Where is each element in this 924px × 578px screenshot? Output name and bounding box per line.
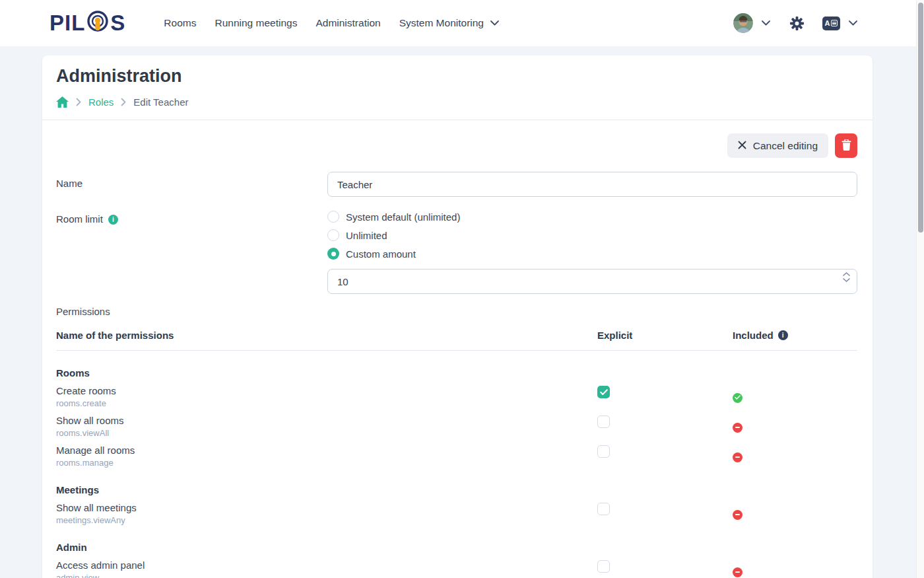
permission-group-title: Meetings bbox=[56, 484, 857, 495]
radio-icon bbox=[327, 248, 339, 260]
stepper-down-icon[interactable] bbox=[843, 278, 850, 282]
actions-bar: Cancel editing bbox=[56, 133, 857, 158]
permissions-table: Name of the permissions Explicit Include… bbox=[56, 324, 857, 578]
gear-icon[interactable] bbox=[789, 16, 805, 31]
permission-included-cell bbox=[733, 502, 857, 525]
radio-icon bbox=[327, 211, 339, 223]
explicit-checkbox[interactable] bbox=[597, 560, 610, 573]
radio-unlimited-label: Unlimited bbox=[346, 230, 387, 241]
language-chevron-icon[interactable] bbox=[849, 20, 857, 26]
close-icon bbox=[738, 140, 746, 152]
permission-explicit-cell bbox=[597, 385, 733, 408]
breadcrumb: Roles Edit Teacher bbox=[56, 96, 859, 108]
permission-code: rooms.viewAll bbox=[56, 428, 597, 438]
breadcrumb-roles-link[interactable]: Roles bbox=[88, 96, 114, 108]
included-denied-icon bbox=[733, 423, 742, 433]
name-label: Name bbox=[56, 172, 327, 197]
permission-included-cell bbox=[733, 385, 857, 408]
radio-custom-amount[interactable]: Custom amount bbox=[327, 244, 857, 263]
permission-included-cell bbox=[733, 445, 857, 468]
explicit-checkbox[interactable] bbox=[597, 503, 610, 515]
included-denied-icon bbox=[733, 452, 742, 462]
radio-icon bbox=[327, 229, 339, 241]
permission-name-cell: Show all roomsrooms.viewAll bbox=[56, 415, 597, 438]
user-menu-chevron-icon[interactable] bbox=[762, 20, 770, 26]
translate-icon: A bbox=[822, 17, 840, 30]
nav-item-running-meetings[interactable]: Running meetings bbox=[214, 17, 297, 29]
logo-text-prefix: PIL bbox=[50, 11, 85, 36]
included-denied-icon bbox=[733, 510, 742, 520]
radio-system-default[interactable]: System default (unlimited) bbox=[327, 207, 857, 226]
permissions-table-body: RoomsCreate roomsrooms.createShow all ro… bbox=[56, 367, 857, 578]
delete-role-button[interactable] bbox=[835, 133, 857, 158]
pilos-logo[interactable]: PIL S bbox=[50, 9, 125, 38]
permission-name-cell: Access admin paneladmin.view bbox=[56, 560, 597, 578]
main-navigation: Rooms Running meetings Administration Sy… bbox=[164, 17, 499, 29]
column-header-explicit: Explicit bbox=[597, 330, 733, 341]
language-selector[interactable]: A bbox=[822, 17, 840, 30]
page-title: Administration bbox=[56, 66, 859, 87]
room-limit-label: Room limit bbox=[56, 213, 103, 225]
permission-explicit-cell bbox=[597, 502, 733, 525]
breadcrumb-current: Edit Teacher bbox=[133, 96, 188, 108]
permission-group-title: Admin bbox=[56, 542, 857, 553]
trash-icon bbox=[842, 139, 851, 153]
permission-explicit-cell bbox=[597, 560, 733, 578]
pilos-logo-icon bbox=[86, 10, 110, 39]
permission-code: meetings.viewAny bbox=[56, 515, 597, 525]
permission-included-cell bbox=[733, 415, 857, 438]
permission-code: rooms.manage bbox=[56, 458, 597, 468]
info-icon[interactable]: i bbox=[778, 330, 788, 340]
column-header-included: Included i bbox=[733, 330, 857, 341]
name-input[interactable] bbox=[327, 172, 857, 197]
permission-label: Show all rooms bbox=[56, 415, 597, 426]
radio-unlimited[interactable]: Unlimited bbox=[327, 226, 857, 244]
nav-item-rooms[interactable]: Rooms bbox=[164, 17, 196, 29]
name-form-row: Name bbox=[56, 172, 857, 197]
navbar-right-controls: A bbox=[733, 13, 857, 33]
explicit-checkbox-checked[interactable] bbox=[597, 386, 610, 398]
explicit-checkbox[interactable] bbox=[597, 445, 610, 458]
home-icon[interactable] bbox=[56, 96, 69, 108]
info-icon[interactable]: i bbox=[108, 215, 118, 225]
explicit-checkbox[interactable] bbox=[597, 415, 610, 428]
radio-custom-amount-label: Custom amount bbox=[346, 248, 416, 260]
scrollbar-track bbox=[916, 0, 924, 578]
permission-name-cell: Create roomsrooms.create bbox=[56, 385, 597, 408]
chevron-down-icon bbox=[490, 20, 499, 26]
number-stepper bbox=[843, 272, 850, 282]
admin-card: Administration Roles Edit Teacher Cancel… bbox=[42, 55, 873, 578]
stepper-up-icon[interactable] bbox=[843, 272, 850, 276]
custom-amount-input[interactable] bbox=[327, 269, 857, 294]
included-denied-icon bbox=[733, 567, 742, 577]
breadcrumb-separator-icon bbox=[121, 98, 126, 106]
permission-label: Manage all rooms bbox=[56, 445, 597, 456]
permission-explicit-cell bbox=[597, 415, 733, 438]
cancel-editing-button[interactable]: Cancel editing bbox=[727, 133, 828, 158]
scrollbar-thumb[interactable] bbox=[918, 3, 923, 233]
permission-row: Manage all roomsrooms.manage bbox=[56, 445, 857, 468]
column-header-included-label: Included bbox=[733, 330, 774, 341]
breadcrumb-separator-icon bbox=[76, 98, 81, 106]
card-header: Administration Roles Edit Teacher bbox=[42, 55, 873, 120]
nav-item-administration[interactable]: Administration bbox=[315, 17, 380, 29]
custom-amount-wrap bbox=[327, 269, 857, 294]
permission-code: rooms.create bbox=[56, 398, 597, 408]
nav-item-system-monitoring[interactable]: System Monitoring bbox=[399, 17, 499, 29]
included-granted-icon bbox=[733, 393, 742, 403]
column-header-name: Name of the permissions bbox=[56, 330, 597, 341]
permission-label: Create rooms bbox=[56, 385, 597, 396]
room-limit-form-row: Room limit i System default (unlimited) … bbox=[56, 207, 857, 294]
user-avatar[interactable] bbox=[733, 13, 753, 33]
card-body: Cancel editing Name Room bbox=[42, 120, 873, 578]
room-limit-label-wrap: Room limit i bbox=[56, 207, 327, 294]
permission-row: Show all roomsrooms.viewAll bbox=[56, 415, 857, 438]
permission-label: Show all meetings bbox=[56, 502, 597, 513]
permissions-section-label: Permissions bbox=[56, 306, 857, 317]
permission-included-cell bbox=[733, 560, 857, 578]
permission-row: Create roomsrooms.create bbox=[56, 385, 857, 408]
permission-name-cell: Manage all roomsrooms.manage bbox=[56, 445, 597, 468]
nav-item-system-monitoring-label: System Monitoring bbox=[399, 17, 484, 29]
permission-group-title: Rooms bbox=[56, 367, 857, 379]
permission-explicit-cell bbox=[597, 445, 733, 468]
